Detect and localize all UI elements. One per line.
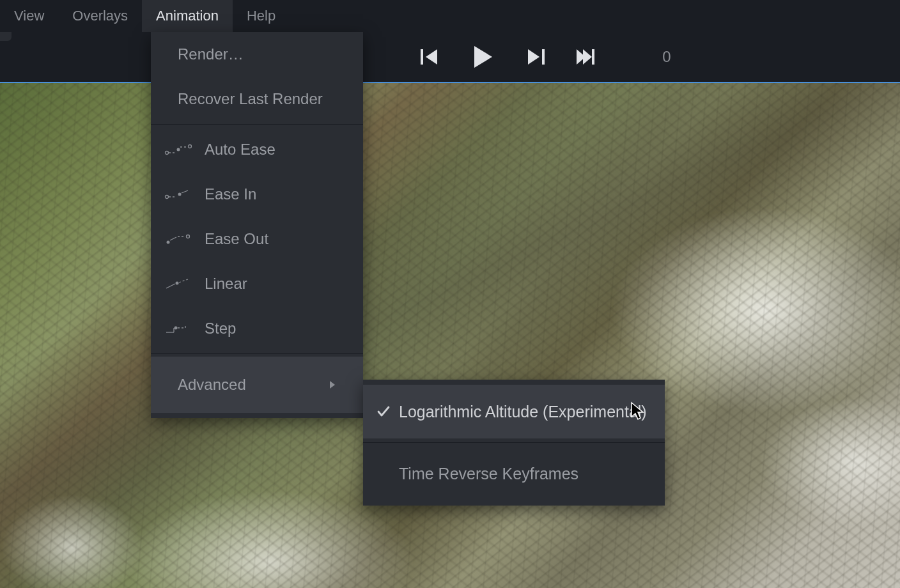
- menu-overlays[interactable]: Overlays: [58, 0, 142, 32]
- svg-point-12: [167, 241, 170, 244]
- submenu-item-label: Time Reverse Keyframes: [399, 465, 578, 483]
- advanced-submenu: Logarithmic Altitude (Experimental) Time…: [363, 380, 665, 506]
- svg-rect-1: [542, 49, 545, 65]
- auto-ease-icon: [164, 141, 193, 159]
- menu-item-label: Ease Out: [205, 230, 268, 248]
- ease-in-icon: [164, 185, 193, 203]
- svg-point-17: [176, 282, 179, 285]
- menu-view[interactable]: View: [0, 0, 58, 32]
- menu-separator: [151, 353, 363, 354]
- svg-point-8: [166, 196, 169, 199]
- menubar: View Overlays Animation Help: [0, 0, 900, 32]
- svg-rect-0: [421, 49, 423, 65]
- viewport-3d[interactable]: [0, 82, 900, 588]
- terrain-background: [0, 83, 900, 588]
- menu-item-label: Ease In: [205, 185, 256, 203]
- menu-item-label: Step: [205, 320, 236, 337]
- menu-step[interactable]: Step: [151, 306, 363, 351]
- playback-toolbar: 0: [0, 32, 900, 82]
- menu-item-label: Auto Ease: [205, 141, 275, 159]
- svg-line-16: [166, 284, 175, 288]
- svg-point-5: [177, 148, 180, 151]
- menu-linear[interactable]: Linear: [151, 261, 363, 306]
- menu-separator: [363, 442, 665, 443]
- skip-forward-icon: [575, 49, 594, 65]
- submenu-arrow-icon: [329, 376, 336, 394]
- svg-point-15: [187, 235, 190, 238]
- menu-help[interactable]: Help: [233, 0, 290, 32]
- submenu-logarithmic-altitude[interactable]: Logarithmic Altitude (Experimental): [363, 385, 665, 438]
- svg-line-13: [170, 237, 176, 240]
- svg-line-18: [179, 279, 188, 282]
- step-forward-icon: [525, 49, 545, 65]
- submenu-time-reverse-keyframes[interactable]: Time Reverse Keyframes: [363, 447, 665, 500]
- menu-item-label: Advanced: [178, 376, 246, 394]
- menu-render[interactable]: Render…: [151, 32, 363, 77]
- play-icon: [470, 45, 495, 69]
- svg-point-3: [166, 151, 169, 155]
- skip-forward-button[interactable]: [575, 49, 594, 65]
- svg-line-11: [182, 190, 188, 193]
- animation-dropdown-menu: Render… Recover Last Render Auto Ease Ea…: [151, 32, 363, 418]
- menu-separator: [151, 124, 363, 125]
- submenu-item-label: Logarithmic Altitude (Experimental): [399, 403, 647, 421]
- play-button[interactable]: [470, 45, 495, 69]
- menu-ease-in[interactable]: Ease In: [151, 172, 363, 217]
- svg-point-10: [178, 193, 182, 196]
- menu-item-label: Linear: [205, 275, 247, 293]
- menu-auto-ease[interactable]: Auto Ease: [151, 127, 363, 172]
- ease-out-icon: [164, 230, 193, 248]
- menu-recover-last-render[interactable]: Recover Last Render: [151, 77, 363, 121]
- frame-counter: 0: [662, 48, 671, 66]
- menu-advanced[interactable]: Advanced: [151, 357, 363, 413]
- svg-rect-2: [592, 49, 594, 65]
- linear-icon: [164, 275, 193, 293]
- menu-animation[interactable]: Animation: [142, 0, 233, 32]
- svg-point-21: [175, 327, 178, 330]
- step-icon: [164, 320, 193, 337]
- svg-point-7: [189, 145, 192, 148]
- skip-back-button[interactable]: [421, 49, 440, 65]
- step-forward-button[interactable]: [525, 49, 545, 65]
- checkmark-icon: [377, 403, 390, 421]
- skip-back-icon: [421, 49, 440, 65]
- menu-ease-out[interactable]: Ease Out: [151, 217, 363, 261]
